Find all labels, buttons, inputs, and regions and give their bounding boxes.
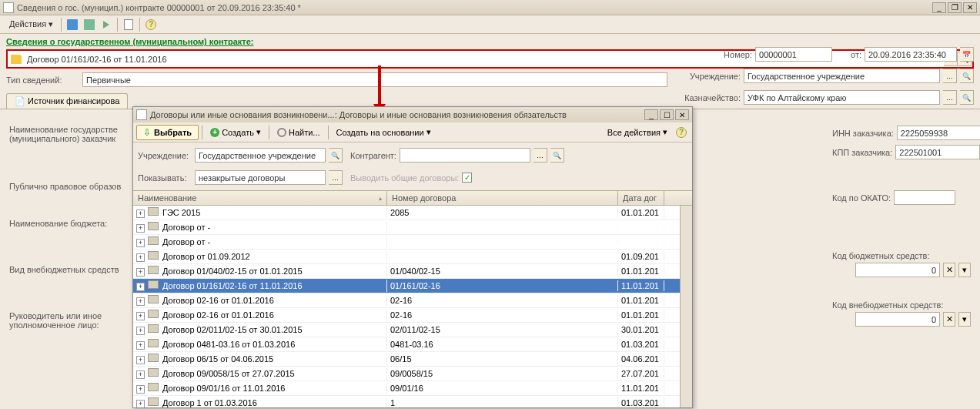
expand-icon[interactable]: + <box>136 400 145 407</box>
save-button[interactable] <box>65 17 80 32</box>
dialog-minimize[interactable]: _ <box>644 109 658 120</box>
expand-icon[interactable]: + <box>136 385 145 394</box>
expand-icon[interactable]: + <box>136 341 145 350</box>
budget-code-dropdown[interactable]: ▾ <box>958 263 971 277</box>
grid-body[interactable]: +ГЭС 2015208501.01.201+Договор от -+Дого… <box>133 206 680 407</box>
table-row[interactable]: +Договор 09/01/16 от 11.01.201609/01/161… <box>133 381 680 396</box>
find-button[interactable]: Найти... <box>273 126 325 139</box>
plus-icon: + <box>210 128 219 137</box>
offbudget-code-label: Код внебюджетных средств: <box>832 300 943 310</box>
help-icon: ? <box>676 127 687 138</box>
dlg-show-select[interactable]: … <box>329 170 343 185</box>
expand-icon[interactable]: + <box>136 224 145 233</box>
table-row[interactable]: +Договор 0481-03.16 от 01.03.20160481-03… <box>133 337 680 352</box>
dialog-maximize[interactable]: ☐ <box>660 109 674 120</box>
col-number[interactable]: Номер договора <box>387 191 618 205</box>
okato-input[interactable] <box>894 190 955 205</box>
row-icon <box>148 207 159 216</box>
dialog-help-button[interactable]: ? <box>674 125 689 140</box>
date-input[interactable] <box>865 47 957 62</box>
row-icon <box>148 397 159 406</box>
expand-icon[interactable]: + <box>136 297 145 306</box>
budget-code-clear[interactable]: ✕ <box>943 263 955 277</box>
actions-menu[interactable]: Действия ▾ <box>5 18 58 31</box>
dialog-close[interactable]: ✕ <box>675 109 689 120</box>
dlg-common-checkbox[interactable]: ✓ <box>462 173 472 183</box>
row-icon <box>148 251 159 260</box>
dlg-show-input[interactable] <box>195 170 326 185</box>
right-panel: ИНН заказчика: КПП заказчика: Код по ОКА… <box>832 123 971 331</box>
col-name[interactable]: Наименование▴ <box>133 191 387 205</box>
treasury-open-button[interactable]: 🔍 <box>960 90 974 105</box>
table-row[interactable]: +Договор 02/011/02-15 от 30.01.201502/01… <box>133 323 680 337</box>
dlg-org-input[interactable] <box>195 148 326 163</box>
help-icon: ? <box>145 19 156 30</box>
all-actions-button[interactable]: Все действия ▾ <box>603 126 672 139</box>
expand-icon[interactable]: + <box>136 253 145 262</box>
org-input[interactable] <box>744 69 940 83</box>
okato-label: Код по ОКАТО: <box>832 193 891 203</box>
close-button[interactable]: ✕ <box>963 2 977 13</box>
org-open-button[interactable]: 🔍 <box>960 69 974 83</box>
create-button[interactable]: +Создать ▾ <box>206 126 266 139</box>
expand-icon[interactable]: + <box>136 268 145 277</box>
dialog-filters: Учреждение: 🔍 Контрагент: … 🔍 Показывать… <box>133 142 692 190</box>
dlg-counterparty-open[interactable]: 🔍 <box>550 148 564 163</box>
row-icon <box>148 236 159 245</box>
expand-icon[interactable]: + <box>136 283 145 291</box>
type-label: Тип сведений: <box>6 75 79 85</box>
table-row[interactable]: +Договор 09/0058/15 от 27.07.201509/0058… <box>133 367 680 381</box>
date-picker-button[interactable]: 📅 <box>960 47 974 62</box>
create-on-basis-button[interactable]: Создать на основании ▾ <box>332 126 436 139</box>
dlg-org-open[interactable]: 🔍 <box>329 148 343 163</box>
expand-icon[interactable]: + <box>136 356 145 364</box>
vertical-scrollbar[interactable] <box>680 206 692 407</box>
table-row[interactable]: +Договор от - <box>133 220 680 235</box>
dialog-icon <box>136 109 147 120</box>
expand-icon[interactable]: + <box>136 312 145 320</box>
expand-icon[interactable]: + <box>136 210 145 218</box>
type-input[interactable] <box>82 72 667 87</box>
run-button[interactable] <box>99 17 114 32</box>
number-input[interactable] <box>755 47 832 62</box>
row-icon <box>148 222 159 230</box>
inn-input[interactable] <box>897 126 980 140</box>
table-row[interactable]: +Договор 02-16 от 01.01.201602-1601.01.2… <box>133 308 680 323</box>
dlg-counterparty-label: Контрагент: <box>350 151 396 160</box>
kpp-input[interactable] <box>895 145 980 159</box>
dlg-counterparty-select[interactable]: … <box>533 148 547 163</box>
table-row[interactable]: +Договор 02-16 от 01.01.201602-1601.01.2… <box>133 293 680 308</box>
table-row[interactable]: +Договор от - <box>133 235 680 250</box>
offbudget-code-dropdown[interactable]: ▾ <box>958 312 971 327</box>
table-row[interactable]: +Договор от 01.09.201201.09.201 <box>133 250 680 264</box>
budget-code-input[interactable] <box>855 263 940 277</box>
treasury-label: Казначейство: <box>684 93 741 102</box>
expand-icon[interactable]: + <box>136 327 145 335</box>
help-button[interactable]: ? <box>143 17 159 32</box>
expand-icon[interactable]: + <box>136 370 145 379</box>
tab-finance-source[interactable]: 📄 Источник финансирова <box>6 93 128 109</box>
org-select-button[interactable]: … <box>943 69 957 83</box>
minimize-button[interactable]: _ <box>932 2 946 13</box>
maximize-button[interactable]: ❐ <box>948 2 962 13</box>
save-close-button[interactable] <box>82 17 97 32</box>
select-button[interactable]: ⇩Выбрать <box>136 125 199 140</box>
org-label: Учреждение: <box>690 72 741 81</box>
table-row[interactable]: +Договор 06/15 от 04.06.201506/1504.06.2… <box>133 352 680 367</box>
document-button[interactable] <box>121 17 136 32</box>
col-date[interactable]: Дата дог <box>618 191 664 205</box>
row-icon <box>148 383 159 391</box>
dlg-counterparty-input[interactable] <box>400 148 530 163</box>
offbudget-code-input[interactable] <box>855 312 940 327</box>
dlg-common-label: Выводить общие договоры: <box>350 173 459 183</box>
treasury-select-button[interactable]: … <box>943 90 957 105</box>
document-icon <box>124 19 133 30</box>
treasury-input[interactable] <box>744 90 940 105</box>
expand-icon[interactable]: + <box>136 239 145 247</box>
dlg-org-label: Учреждение: <box>138 151 192 160</box>
offbudget-code-clear[interactable]: ✕ <box>943 312 955 327</box>
table-row[interactable]: +Договор 01/040/02-15 от 01.01.201501/04… <box>133 264 680 279</box>
table-row[interactable]: +Договор 1 от 01.03.2016101.03.201 <box>133 396 680 407</box>
table-row[interactable]: +ГЭС 2015208501.01.201 <box>133 206 680 220</box>
table-row[interactable]: +Договор 01/161/02-16 от 11.01.201601/16… <box>133 279 680 293</box>
